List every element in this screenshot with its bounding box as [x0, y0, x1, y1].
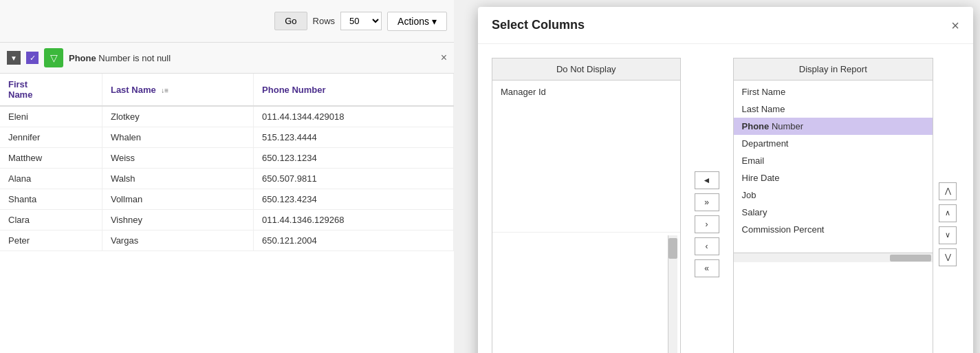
col-header-phone[interactable]: Phone Number — [254, 74, 454, 106]
move-all-right-btn[interactable]: » — [695, 193, 719, 211]
move-left-single-btn[interactable]: ‹ — [695, 237, 719, 255]
table-area: Go Rows 50 25 100 Actions ▾ ▼ ✓ ▽ Phone … — [0, 0, 454, 353]
table-cell-first_name: Clara — [0, 210, 102, 231]
filter-toggle-btn[interactable]: ▼ — [7, 51, 21, 65]
filter-bar: ▼ ✓ ▽ Phone Number is not null × — [0, 43, 454, 74]
col-label-first-name: FirstName — [8, 79, 32, 100]
table-cell-first_name: Shanta — [0, 189, 102, 210]
order-buttons-group: ⋀ ∧ ∨ ⋁ — [936, 58, 959, 353]
go-button[interactable]: Go — [274, 12, 307, 30]
table-cell-phone_number: 011.44.1344.429018 — [254, 106, 454, 127]
table-cell-first_name: Alana — [0, 169, 102, 189]
table-row[interactable]: JenniferWhalen515.123.4444 — [0, 127, 454, 148]
table-cell-first_name: Matthew — [0, 148, 102, 169]
table-row[interactable]: AlanaWalsh650.507.9811 — [0, 169, 454, 189]
col-header-last-name[interactable]: Last Name ↓≡ — [102, 74, 253, 106]
table-cell-first_name: Jennifer — [0, 127, 102, 148]
select-columns-modal: Select Columns × Do Not Display Manager … — [478, 7, 973, 353]
actions-label: Actions — [398, 16, 429, 27]
table-cell-last_name: Vishney — [102, 210, 253, 231]
display-in-report-item[interactable]: Hire Date — [734, 169, 933, 186]
table-row[interactable]: ShantaVollman650.123.4234 — [0, 189, 454, 210]
rows-label: Rows — [313, 16, 336, 26]
do-not-display-scrollbar — [492, 232, 680, 353]
table-row[interactable]: ClaraVishney011.44.1346.129268 — [0, 210, 454, 231]
table-row[interactable]: EleniZlotkey011.44.1344.429018 — [0, 106, 454, 127]
modal-close-btn[interactable]: × — [951, 19, 959, 32]
col-header-first-name[interactable]: FirstName — [0, 74, 102, 106]
display-in-report-item[interactable]: Email — [734, 152, 933, 169]
table-cell-first_name: Peter — [0, 231, 102, 251]
actions-chevron-icon: ▾ — [432, 16, 437, 27]
filter-checkbox[interactable]: ✓ — [26, 52, 39, 64]
filter-text: Phone Number is not null — [69, 53, 435, 63]
display-in-report-item[interactable]: Department — [734, 135, 933, 152]
table-cell-phone_number: 650.123.1234 — [254, 148, 454, 169]
do-not-display-panel: Do Not Display Manager Id — [492, 58, 681, 353]
display-in-report-item[interactable]: Salary — [734, 204, 933, 221]
table-row[interactable]: MatthewWeiss650.123.1234 — [0, 148, 454, 169]
move-up-btn[interactable]: ∧ — [939, 204, 957, 222]
modal-body: Do Not Display Manager Id ◄ » › ‹ « Disp… — [478, 44, 973, 353]
data-table: FirstName Last Name ↓≡ Phone Number Elen… — [0, 74, 454, 251]
display-in-report-item[interactable]: First Name — [734, 83, 933, 100]
move-top-btn[interactable]: ⋀ — [939, 182, 957, 200]
table-cell-last_name: Weiss — [102, 148, 253, 169]
rows-select[interactable]: 50 25 100 — [340, 12, 382, 30]
sort-icon-last-name: ↓≡ — [161, 87, 168, 94]
display-in-report-item[interactable]: Commission Percent — [734, 221, 933, 238]
table-cell-phone_number: 515.123.4444 — [254, 127, 454, 148]
table-cell-first_name: Eleni — [0, 106, 102, 127]
move-all-left-btn[interactable]: « — [695, 259, 719, 277]
modal-header: Select Columns × — [478, 7, 973, 44]
do-not-display-item[interactable]: Manager Id — [492, 83, 680, 100]
transfer-buttons-group: ◄ » › ‹ « — [692, 58, 722, 353]
col-label-phone: Phone Number — [262, 85, 325, 95]
col-label-last-name: Last Name — [111, 85, 156, 95]
move-bottom-btn[interactable]: ⋁ — [939, 248, 957, 266]
actions-button[interactable]: Actions ▾ — [387, 12, 447, 31]
table-cell-phone_number: 650.507.9811 — [254, 169, 454, 189]
filter-close-btn[interactable]: × — [441, 52, 447, 64]
display-in-report-list[interactable]: First NameLast NamePhone NumberDepartmen… — [734, 81, 933, 253]
table-cell-last_name: Walsh — [102, 169, 253, 189]
table-cell-phone_number: 650.121.2004 — [254, 231, 454, 251]
modal-title: Select Columns — [492, 18, 585, 32]
table-cell-phone_number: 650.123.4234 — [254, 189, 454, 210]
toolbar: Go Rows 50 25 100 Actions ▾ — [0, 0, 454, 43]
table-cell-last_name: Whalen — [102, 127, 253, 148]
display-in-report-item[interactable]: Last Name — [734, 100, 933, 118]
table-row[interactable]: PeterVargas650.121.2004 — [0, 231, 454, 251]
move-down-btn[interactable]: ∨ — [939, 226, 957, 244]
move-right-single-btn[interactable]: › — [695, 215, 719, 233]
do-not-display-header: Do Not Display — [492, 58, 680, 81]
table-cell-phone_number: 011.44.1346.129268 — [254, 210, 454, 231]
filter-funnel-icon: ▽ — [44, 48, 63, 67]
display-in-report-item[interactable]: Phone Number — [734, 118, 933, 135]
move-left-btn[interactable]: ◄ — [695, 171, 719, 189]
display-in-report-header: Display in Report — [734, 58, 933, 81]
table-cell-last_name: Vollman — [102, 189, 253, 210]
table-cell-last_name: Vargas — [102, 231, 253, 251]
display-in-report-item[interactable]: Job — [734, 186, 933, 204]
table-cell-last_name: Zlotkey — [102, 106, 253, 127]
do-not-display-list[interactable]: Manager Id — [492, 81, 680, 232]
display-in-report-panel: Display in Report First NameLast NamePho… — [733, 58, 933, 353]
